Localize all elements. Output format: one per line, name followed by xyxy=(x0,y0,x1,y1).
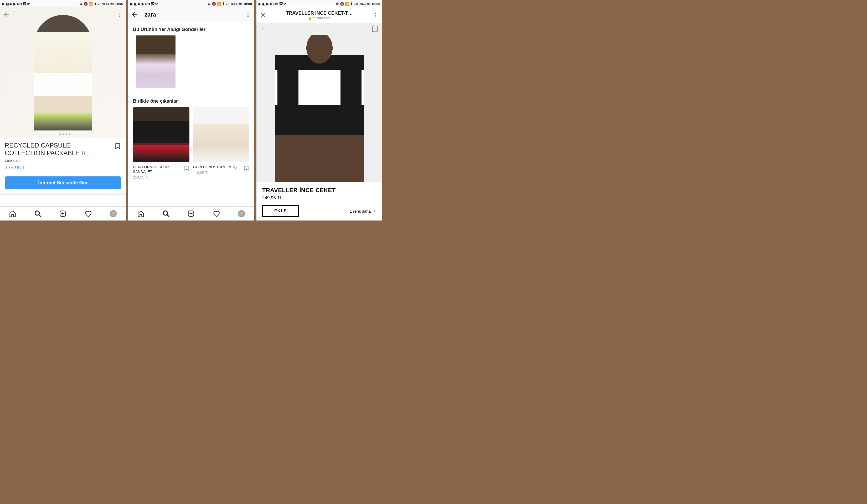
svg-point-5 xyxy=(119,16,120,17)
svg-rect-18 xyxy=(370,3,370,4)
svg-point-12 xyxy=(247,14,248,15)
svg-rect-17 xyxy=(367,3,369,4)
activity-heart-icon[interactable] xyxy=(84,210,92,217)
browser-page-title: TRAVELLER İNCE CEKET-T… xyxy=(266,11,373,16)
bookmark-icon[interactable] xyxy=(184,165,190,172)
svg-point-19 xyxy=(375,13,376,14)
back-arrow-icon[interactable] xyxy=(261,26,267,31)
search-icon[interactable] xyxy=(34,210,42,217)
svg-point-4 xyxy=(119,14,120,15)
zara-topbar: 1 xyxy=(256,23,382,35)
bottom-nav xyxy=(0,206,126,220)
add-to-cart-button[interactable]: EKLE xyxy=(262,205,299,217)
status-right-icons: ⚙ 🔇 📶 ⬆ ₊ıl xyxy=(79,2,101,6)
more-colors-label: 1 renk daha xyxy=(350,209,371,213)
home-icon[interactable] xyxy=(137,210,144,217)
status-battery: %63 xyxy=(359,2,366,6)
product-card-image xyxy=(133,107,190,162)
bag-count: 1 xyxy=(374,27,376,31)
more-options-icon[interactable] xyxy=(245,12,251,18)
shopping-bag-icon[interactable]: 1 xyxy=(372,26,377,32)
phone-screenshot-1: ▶ ◧ ▶ ▶ DH 🖼 ⟳ ⚙ 🔇 📶 ⬆ ₊ıl %64 18:07 REC… xyxy=(0,0,126,220)
add-post-icon[interactable] xyxy=(187,210,195,217)
browser-header: ✕ TRAVELLER İNCE CEKET-T… m.zara.com xyxy=(256,7,382,23)
carousel-indicator xyxy=(56,133,70,135)
svg-rect-9 xyxy=(239,3,240,4)
battery-icon xyxy=(110,2,114,6)
post-thumbnail[interactable] xyxy=(136,35,175,88)
product-card-price: 259,95 TL xyxy=(133,175,190,179)
divider xyxy=(0,194,126,195)
phone-screenshot-3: ▶ ◧ ▶ ▶ DH 🖼 ⟳ ⚙ 🔇 📶 ⬆ ₊ıl %63 18:09 ✕ T… xyxy=(256,0,382,220)
battery-icon xyxy=(367,2,371,6)
svg-point-21 xyxy=(375,17,376,18)
product-details: TRAVELLER İNCE CEKET 249,95 TL EKLE 1 re… xyxy=(256,182,382,220)
status-bar: ▶ ◧ ▶ ▶ DH 🖼 ⟳ ⚙ 🔇 📶 ⬆ ₊ıl %64 18:07 xyxy=(0,0,126,7)
product-card-image xyxy=(193,107,249,162)
status-time: 18:07 xyxy=(115,2,124,6)
profile-avatar-icon[interactable] xyxy=(109,210,117,217)
activity-heart-icon[interactable] xyxy=(213,210,220,217)
webpage-content: 1 TRAVELLER İNCE CEKET 249,95 TL EKLE 1 … xyxy=(256,23,382,220)
product-seller[interactable]: zara'dan xyxy=(5,158,121,163)
product-title: TRAVELLER İNCE CEKET xyxy=(262,187,376,194)
product-header xyxy=(0,7,126,22)
content-body: Bu Ürünün Yer Aldığı Gönderiler Birlikte… xyxy=(128,22,254,206)
back-arrow-icon[interactable] xyxy=(3,11,10,18)
svg-point-20 xyxy=(375,15,376,16)
product-card-title: GERİ DÖNÜŞTÜRÜLMÜŞ … xyxy=(193,165,249,169)
section-posts-title: Bu Ürünün Yer Aldığı Gönderiler xyxy=(128,22,254,35)
status-battery: %64 xyxy=(231,2,237,6)
more-colors-link[interactable]: 1 renk daha xyxy=(350,209,376,213)
product-info: RECYCLED CAPSULE COLLECTION PACKABLE R… … xyxy=(0,138,126,173)
more-options-icon[interactable] xyxy=(373,12,378,18)
home-icon[interactable] xyxy=(9,210,16,217)
close-icon[interactable]: ✕ xyxy=(260,11,266,20)
back-arrow-icon[interactable] xyxy=(131,11,138,18)
svg-point-3 xyxy=(119,13,120,14)
section-featured-title: Birlikte öne çıkanlar xyxy=(128,94,254,107)
product-card-price: 119,95 TL xyxy=(193,171,249,175)
profile-avatar-icon[interactable] xyxy=(238,210,245,217)
chevron-down-icon xyxy=(373,209,376,213)
product-card[interactable]: PLATFORMLU SPOR SANDALET 259,95 TL xyxy=(133,107,190,179)
svg-rect-2 xyxy=(114,3,114,4)
product-title: RECYCLED CAPSULE COLLECTION PACKABLE R… xyxy=(5,142,121,157)
browser-url: m.zara.com xyxy=(266,16,373,20)
header-title: zara xyxy=(144,11,245,18)
status-left-icons: ▶ ◧ ▶ ▶ DH 🖼 ⟳ xyxy=(258,2,286,6)
phone-screenshot-2: ▶ ◧ ▶ ▶ DH 🖼 ⟳ ⚙ 🔇 📶 ⬆ ₊ıl %64 18:08 zar… xyxy=(128,0,254,220)
status-bar: ▶ ◧ ▶ ▶ DH 🖼 ⟳ ⚙ 🔇 📶 ⬆ ₊ıl %63 18:09 xyxy=(256,0,382,7)
search-icon[interactable] xyxy=(162,210,170,217)
product-hero-image[interactable] xyxy=(256,35,382,182)
page-header: zara xyxy=(128,7,254,22)
product-card[interactable]: GERİ DÖNÜŞTÜRÜLMÜŞ … 119,95 TL xyxy=(193,107,249,179)
bookmark-icon[interactable] xyxy=(114,142,121,150)
status-right-icons: ⚙ 🔇 📶 ⬆ ₊ıl xyxy=(207,2,229,6)
product-hero-image[interactable] xyxy=(0,7,126,138)
bottom-nav xyxy=(128,206,254,220)
battery-icon xyxy=(238,2,242,6)
status-left-icons: ▶ ◧ ▶ ▶ DH 🖼 ⟳ xyxy=(130,2,158,6)
status-bar: ▶ ◧ ▶ ▶ DH 🖼 ⟳ ⚙ 🔇 📶 ⬆ ₊ıl %64 18:08 xyxy=(128,0,254,7)
status-battery: %64 xyxy=(103,2,109,6)
svg-rect-1 xyxy=(111,3,113,4)
status-right-icons: ⚙ 🔇 📶 ⬆ ₊ıl xyxy=(336,2,358,6)
product-card-title: PLATFORMLU SPOR SANDALET xyxy=(133,165,190,174)
view-on-website-button[interactable]: İnternet Sitesinde Gör xyxy=(5,176,121,189)
more-options-icon[interactable] xyxy=(117,12,123,18)
svg-point-13 xyxy=(247,16,248,17)
status-time: 18:09 xyxy=(372,2,380,6)
bookmark-icon[interactable] xyxy=(244,165,249,172)
status-left-icons: ▶ ◧ ▶ ▶ DH 🖼 ⟳ xyxy=(2,2,30,6)
add-post-icon[interactable] xyxy=(59,210,66,217)
svg-point-11 xyxy=(247,12,248,13)
product-price: 249,95 TL xyxy=(262,195,376,200)
status-time: 18:08 xyxy=(243,2,252,6)
product-price: 339,95 TL xyxy=(5,165,121,171)
